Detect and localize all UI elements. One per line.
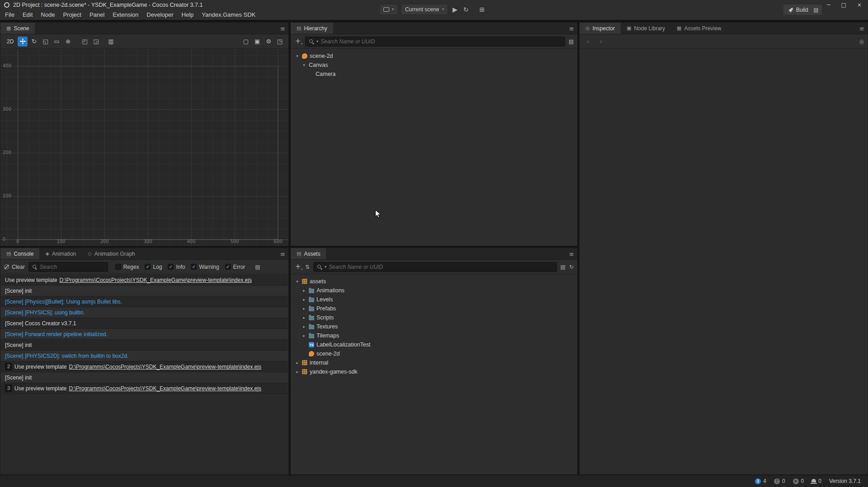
tree-arrow-closed[interactable]: ▸	[295, 361, 300, 365]
assets-item-animations[interactable]: ▸Animations	[291, 286, 577, 295]
warning-counter[interactable]: 0	[774, 478, 785, 484]
menu-item-extension[interactable]: Extension	[108, 10, 142, 20]
assets-item-scene-2d[interactable]: scene-2d	[291, 349, 577, 358]
assets-search-box[interactable]	[313, 262, 557, 272]
minimize-button[interactable]	[827, 2, 830, 8]
console-log-link[interactable]: D:\Programms\CocosProjects\YSDK_ExampleG…	[69, 364, 261, 370]
hierarchy-item-scene-2d[interactable]: ▾scene-2d	[291, 52, 577, 61]
tab-assets[interactable]: ▤ Assets	[291, 248, 326, 259]
rotate-tool-button[interactable]	[29, 37, 39, 47]
search-filter-chevron-icon[interactable]	[325, 265, 326, 269]
assets-item-textures[interactable]: ▸Textures	[291, 322, 577, 331]
tree-arrow-closed[interactable]: ▸	[302, 288, 307, 293]
menu-item-panel[interactable]: Panel	[85, 10, 108, 20]
scene-settings-button[interactable]	[264, 37, 274, 47]
maximize-button[interactable]	[841, 2, 846, 8]
console-row[interactable]: [Scene] [Physics][Bullet]: Using asmjs B…	[1, 296, 288, 307]
search-filter-chevron-icon[interactable]	[316, 40, 318, 43]
console-search-box[interactable]	[28, 262, 108, 272]
scene-viewport[interactable]: 4003002001000 0100200300400500600	[1, 49, 288, 245]
console-row[interactable]: [Scene] init	[1, 372, 288, 383]
assets-item-labellocalizationtest[interactable]: TSLabelLocalizationTest	[291, 340, 577, 349]
history-back-button[interactable]	[583, 38, 592, 45]
transform-gizmo-button[interactable]	[63, 37, 73, 47]
assets-list-mode-icon[interactable]	[561, 264, 566, 270]
menu-item-file[interactable]: File	[1, 10, 19, 20]
console-row[interactable]: 2Use preview templateD:\Programms\CocosP…	[1, 361, 288, 372]
console-row[interactable]: [Scene] Forward render pipeline initiali…	[1, 329, 288, 340]
console-log-link[interactable]: D:\Programms\CocosProjects\YSDK_ExampleG…	[59, 277, 252, 283]
open-log-file-icon[interactable]	[255, 264, 260, 270]
filter-info-checkbox[interactable]: ✓Info	[168, 264, 185, 270]
filter-warning-checkbox[interactable]: ✓Warning	[191, 264, 219, 270]
assets-item-prefabs[interactable]: ▸Prefabs	[291, 304, 577, 313]
maximize-view-button[interactable]	[275, 37, 285, 47]
tree-arrow-closed[interactable]: ▸	[295, 370, 300, 374]
scene-selector-dropdown[interactable]: Current scene	[401, 4, 448, 15]
tab-hierarchy[interactable]: ▤ Hierarchy	[291, 23, 333, 34]
error-counter[interactable]: 0	[793, 478, 804, 484]
scene-snapshot-button[interactable]	[252, 37, 262, 47]
filter-error-checkbox[interactable]: ✓Error	[225, 264, 245, 270]
pin-inspector-icon[interactable]	[859, 39, 864, 44]
assets-panel-menu-icon[interactable]	[569, 248, 574, 260]
console-tab-animation-graph[interactable]: ◇Animation Graph	[82, 248, 141, 259]
menu-item-node[interactable]: Node	[37, 10, 59, 20]
build-button[interactable]: Build	[783, 5, 813, 15]
assets-item-levels[interactable]: ▸Levels	[291, 295, 577, 304]
console-row[interactable]: [Scene] init	[1, 286, 288, 296]
clear-console-button[interactable]: Clear	[4, 264, 25, 270]
menu-item-project[interactable]: Project	[59, 10, 85, 20]
inspector-tab-assets-preview[interactable]: ▦Assets Preview	[671, 23, 727, 34]
play-button[interactable]	[451, 6, 459, 13]
assets-item-tilemaps[interactable]: ▸Tilemaps	[291, 331, 577, 340]
tree-arrow-open[interactable]: ▾	[295, 279, 300, 284]
preview-qr-button[interactable]	[478, 6, 486, 13]
hierarchy-search-input[interactable]	[321, 38, 561, 45]
tree-arrow-open[interactable]: ▾	[295, 54, 300, 58]
hierarchy-search-box[interactable]	[305, 37, 565, 47]
console-tab-console[interactable]: ▤Console	[0, 248, 39, 259]
tree-arrow-open[interactable]: ▾	[302, 63, 307, 67]
menu-item-edit[interactable]: Edit	[19, 10, 37, 20]
pivot-toggle-button[interactable]	[80, 37, 90, 47]
menu-item-developer[interactable]: Developer	[142, 10, 177, 20]
move-tool-button[interactable]	[18, 37, 28, 47]
reload-button[interactable]	[462, 6, 470, 13]
console-tab-animation[interactable]: ◈Animation	[39, 248, 82, 259]
refresh-assets-icon[interactable]	[569, 264, 574, 270]
hierarchy-panel-menu-icon[interactable]	[569, 23, 574, 34]
close-button[interactable]	[857, 2, 862, 8]
console-panel-menu-icon[interactable]	[280, 248, 285, 260]
assets-item-scripts[interactable]: ▸Scripts	[291, 313, 577, 322]
gizmo-display-button[interactable]	[106, 37, 116, 47]
notification-counter[interactable]: 0	[811, 478, 821, 484]
menu-item-yandex-games-sdk[interactable]: Yandex.Games SDK	[198, 10, 259, 20]
hierarchy-item-camera[interactable]: Camera	[291, 70, 577, 79]
create-node-button[interactable]	[294, 37, 302, 47]
console-row[interactable]: [Scene] Cocos Creator v3.7.1	[1, 318, 288, 329]
create-asset-button[interactable]	[294, 262, 302, 272]
console-row[interactable]: [Scene] [PHYSICS]: using builtin.	[1, 307, 288, 318]
2d-3d-toggle-button[interactable]: 2D	[4, 38, 16, 45]
coordinate-toggle-button[interactable]	[91, 37, 101, 47]
assets-search-input[interactable]	[329, 264, 553, 270]
tree-arrow-closed[interactable]: ▸	[302, 324, 307, 329]
filter-log-checkbox[interactable]: ✓Log	[145, 264, 162, 270]
inspector-tab-inspector[interactable]: ◎Inspector	[580, 23, 621, 34]
tree-arrow-closed[interactable]: ▸	[302, 297, 307, 302]
tab-scene[interactable]: ▦ Scene	[0, 23, 35, 34]
console-row[interactable]: 3Use preview templateD:\Programms\CocosP…	[1, 383, 288, 394]
view-mode-button[interactable]	[241, 37, 251, 47]
sort-assets-icon[interactable]	[305, 264, 310, 270]
preview-target-dropdown[interactable]	[379, 4, 398, 15]
build-panel-button[interactable]	[810, 5, 822, 15]
assets-item-internal[interactable]: ▸internal	[291, 358, 577, 367]
menu-item-help[interactable]: Help	[178, 10, 198, 20]
inspector-panel-menu-icon[interactable]	[859, 23, 864, 34]
history-forward-button[interactable]	[596, 38, 605, 45]
inspector-tab-node-library[interactable]: ▣Node Library	[621, 23, 671, 34]
console-log-link[interactable]: D:\Programms\CocosProjects\YSDK_ExampleG…	[69, 385, 261, 392]
log-counter[interactable]: 4	[755, 478, 766, 484]
filter-regex-checkbox[interactable]: Regex	[115, 264, 139, 270]
